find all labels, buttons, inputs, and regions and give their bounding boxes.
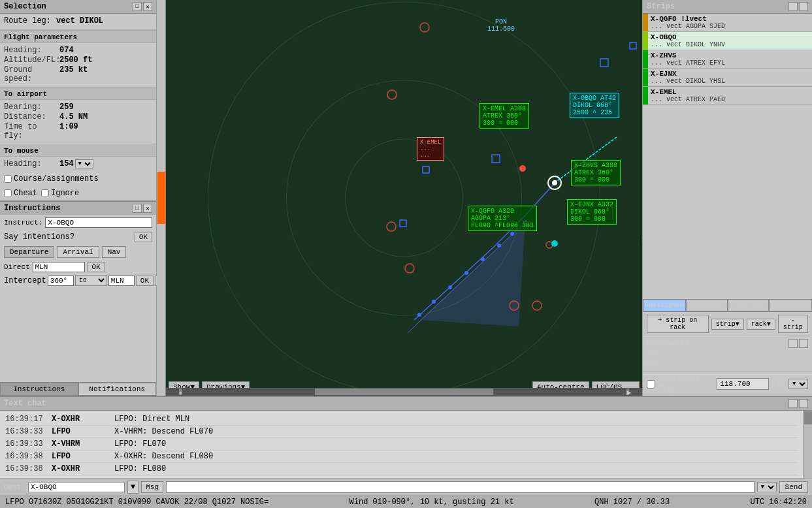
instructions-panel: Instructions □ ✕ Instruct: Say intention…	[0, 200, 156, 313]
selection-close-btn[interactable]: ✕	[143, 2, 152, 11]
radar-svg	[166, 0, 642, 396]
chat-scrollbar[interactable]	[803, 411, 812, 478]
strip-btn[interactable]: strip▼	[711, 319, 744, 330]
distance-row: Distance: 4.5 NM	[4, 112, 152, 121]
strip-item-zhvs[interactable]: X-ZHVS ... vect ATREX EFYL	[643, 50, 812, 69]
strips-tab-arrivals[interactable]: Arrivals	[686, 299, 727, 311]
vertical-slider[interactable]	[157, 0, 166, 396]
scroll-track[interactable]	[182, 389, 626, 395]
tab-instructions[interactable]: Instructions	[0, 383, 78, 396]
radar-area[interactable]: X-OBQO AT42DIKOL 068°2500 ^ 235 X-ZHVS A…	[166, 0, 642, 396]
intercept-input[interactable]	[48, 276, 74, 286]
strip-on-rack-btn[interactable]: + strip on rack	[647, 315, 709, 333]
chat-sender-1: X-OXHR	[52, 415, 104, 424]
chat-minimize-btn[interactable]: □	[788, 399, 798, 408]
groundspeed-row: Ground speed: 235 kt	[4, 65, 152, 84]
say-intentions-ok-btn[interactable]: OK	[135, 232, 152, 242]
send-btn[interactable]: Send	[779, 481, 808, 493]
scroll-thumb[interactable]	[315, 389, 493, 395]
direct-row: Direct OK	[0, 261, 156, 274]
handovers-btns: □ ✕	[788, 339, 808, 348]
ignore-checkbox-label[interactable]: Ignore	[41, 189, 79, 198]
strip-item-qgfo[interactable]: X-QGFO !lvect ... vect AGOPA SJED	[643, 14, 812, 32]
to-mouse-content: Heading: 154 ▼	[0, 157, 156, 172]
course-checkbox-label[interactable]: Course/assignments	[4, 174, 99, 183]
direct-ok-btn[interactable]: OK	[88, 262, 105, 272]
intercept-fix-input[interactable]	[108, 276, 135, 286]
dest-input[interactable]	[28, 482, 125, 492]
heading-value: 074	[59, 46, 74, 55]
instructions-minimize-btn[interactable]: □	[133, 204, 142, 213]
strip-route-obqo: ... vect DIKOL YNHV	[651, 41, 809, 48]
heading-row: Heading: 074	[4, 46, 152, 55]
timetofly-value: 1:09	[59, 122, 78, 140]
handovers-minimize-btn[interactable]: □	[788, 339, 798, 348]
freq-dropdown[interactable]: ▼	[788, 379, 808, 389]
say-intentions-row: Say intentions? OK	[0, 230, 156, 244]
chat-body: 16:39:17 X-OXHR LFPO: Direct MLN 16:39:3…	[0, 411, 812, 478]
instructions-title: Instructions	[4, 204, 60, 213]
text-chat-header: Text chat □ ✕	[0, 397, 812, 411]
chat-format-dropdown[interactable]: ▼	[757, 482, 777, 492]
instructions-close-btn[interactable]: ✕	[143, 204, 152, 213]
chat-time-1: 16:39:17	[5, 415, 41, 424]
tab-notifications[interactable]: Notifications	[78, 383, 157, 396]
selection-header-buttons: □ ✕	[133, 2, 152, 11]
intercept-to-select[interactable]: to from	[75, 275, 107, 286]
handovers-close-btn[interactable]: ✕	[799, 339, 808, 348]
arrival-tab[interactable]: Arrival	[57, 246, 99, 258]
msg-btn[interactable]: Msg	[141, 481, 163, 493]
chat-time-2: 16:39:33	[5, 427, 41, 436]
route-leg-value: vect DIKOL	[56, 16, 103, 25]
strip-color-emel	[643, 87, 648, 104]
h-scrollbar[interactable]: ◄ ►	[166, 388, 642, 396]
rack-btn[interactable]: rack▼	[747, 319, 775, 330]
selection-minimize-btn[interactable]: □	[133, 2, 142, 11]
nav-tab[interactable]: Nav	[102, 246, 127, 258]
to-airport-content: Bearing: 259 Distance: 4.5 NM Time to fl…	[0, 100, 156, 144]
scroll-right-btn[interactable]: ►	[626, 389, 629, 395]
utc-text: UTC 16:42:20	[751, 498, 807, 507]
strip-item-obqo[interactable]: X-OBQO ... vect DIKOL YNHV	[643, 32, 812, 50]
chat-time-5: 16:39:38	[5, 464, 41, 473]
svg-point-34	[551, 240, 558, 247]
ignore-checkbox[interactable]	[41, 189, 49, 197]
distance-value: 4.5 NM	[59, 112, 88, 121]
strips-tab-rwy06[interactable]: RWY 06	[728, 299, 769, 311]
course-checkbox[interactable]	[4, 175, 12, 183]
cheat-checkbox[interactable]	[4, 189, 12, 197]
chat-close-btn[interactable]: ✕	[799, 399, 808, 408]
remove-strip-btn[interactable]: -strip	[778, 315, 808, 333]
strip-body-ejnx: X-EJNX ... vect DIKOL YHSL	[648, 69, 812, 86]
strips-tab-departures[interactable]: Departures	[769, 299, 812, 311]
to-airport-title: To airport	[0, 87, 156, 100]
selection-content: Route leg: vect DIKOL	[0, 14, 156, 30]
strips-tab-unassigned[interactable]: Unassigned	[643, 299, 686, 311]
left-panel: Selection □ ✕ Route leg: vect DIKOL Flig…	[0, 0, 157, 396]
text-chat-title: Text chat	[4, 399, 46, 408]
departure-tab[interactable]: Departure	[4, 246, 54, 258]
strip-item-emel[interactable]: X-EMEL ... vect ATREX PAED	[643, 87, 812, 105]
instruct-input[interactable]	[45, 217, 152, 228]
cheat-checkbox-label[interactable]: Cheat	[4, 189, 37, 198]
strips-minimize-btn[interactable]: □	[788, 2, 798, 11]
strip-item-ejnx[interactable]: X-EJNX ... vect DIKOL YHSL	[643, 69, 812, 87]
direct-input[interactable]	[33, 262, 85, 272]
strips-close-btn[interactable]: ✕	[799, 2, 808, 11]
course-label: Course/assignments	[14, 174, 99, 183]
chat-text-input[interactable]	[166, 481, 755, 493]
ignore-label: Ignore	[51, 189, 79, 198]
strip-body-zhvs: X-ZHVS ... vect ATREX EFYL	[648, 50, 812, 68]
publicise-checkbox[interactable]	[647, 380, 655, 389]
intercept-ok-btn[interactable]: OK	[136, 276, 154, 286]
strips-title: Strips	[647, 2, 675, 11]
intercept-label: Intercept	[4, 276, 46, 285]
chat-sender-4: LFPO	[52, 452, 104, 461]
chat-scroll-thumb[interactable]	[804, 411, 812, 424]
freq-input[interactable]	[717, 378, 769, 390]
flight-params-title: Flight parameters	[0, 30, 156, 43]
dest-dropdown-btn[interactable]: ▼	[127, 481, 138, 494]
cheat-label: Cheat	[14, 189, 37, 198]
mouse-heading-dropdown[interactable]: ▼	[75, 159, 93, 168]
handovers-divider: Handovers □ ✕ CTR GND	[643, 336, 812, 372]
